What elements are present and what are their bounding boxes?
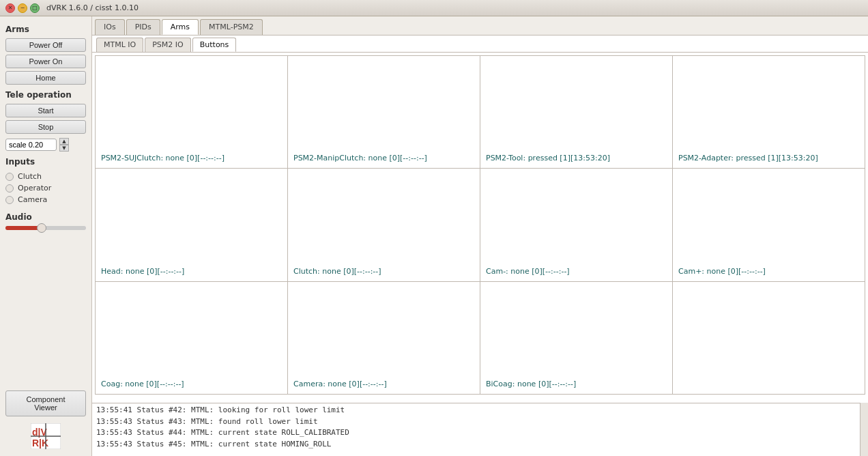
- minimize-button[interactable]: −: [18, 3, 27, 13]
- cell-label-coag: Coag: none [0][--:--:--]: [101, 380, 282, 388]
- component-viewer-button[interactable]: Component Viewer: [5, 390, 86, 416]
- cell-label-camera: Camera: none [0][--:--:--]: [293, 380, 474, 388]
- cell-label-clutch: Clutch: none [0][--:--:--]: [293, 267, 474, 276]
- log-line: 13:55:43 Status #44: MTML: current state…: [96, 427, 856, 439]
- cell-label-cam-minus: Cam-: none [0][--:--:--]: [486, 267, 667, 276]
- cell-label-cam-plus: Cam+: none [0][--:--:--]: [678, 267, 859, 276]
- scale-input[interactable]: [5, 139, 57, 151]
- grid-cell-1-1: PSM2-SUJClutch: none [0][--:--:--]: [96, 56, 288, 169]
- grid-cell-1-4: PSM2-Adapter: pressed [1][13:53:20]: [673, 56, 865, 169]
- grid-cell-2-1: Head: none [0][--:--:--]: [96, 169, 288, 281]
- buttons-grid-container: PSM2-SUJClutch: none [0][--:--:--] PSM2-…: [95, 55, 865, 395]
- tab-mtml-io[interactable]: MTML IO: [96, 38, 143, 52]
- outer-tab-bar: IOs PIDs Arms MTML-PSM2: [92, 16, 868, 35]
- home-button[interactable]: Home: [5, 71, 86, 85]
- audio-section: Audio: [5, 210, 86, 230]
- tab-pids[interactable]: PIDs: [126, 19, 160, 35]
- arms-label: Arms: [5, 25, 86, 34]
- grid-cell-3-1: Coag: none [0][--:--:--]: [96, 282, 288, 395]
- maximize-button[interactable]: □: [30, 3, 40, 13]
- cell-label-psm2-tool: PSM2-Tool: pressed [1][13:53:20]: [486, 154, 667, 162]
- tele-operation-label: Tele operation: [5, 90, 86, 100]
- audio-slider-thumb[interactable]: [37, 223, 46, 233]
- power-off-button[interactable]: Power Off: [5, 38, 86, 52]
- grid-cell-1-2: PSM2-ManipClutch: none [0][--:--:--]: [288, 56, 480, 169]
- radio-clutch-label: Clutch: [18, 172, 42, 181]
- log-line: 13:55:41 Status #42: MTML: looking for r…: [96, 405, 856, 416]
- scale-row: ▲ ▼: [5, 138, 86, 152]
- tab-arms[interactable]: Arms: [162, 19, 199, 35]
- log-area[interactable]: 13:55:41 Status #42: MTML: looking for r…: [92, 403, 860, 456]
- radio-camera[interactable]: Camera: [5, 195, 86, 204]
- radio-operator-indicator: [5, 184, 14, 193]
- cell-label-psm2-manipclutch: PSM2-ManipClutch: none [0][--:--:--]: [293, 154, 474, 162]
- tab-psm2-io[interactable]: PSM2 IO: [145, 38, 191, 52]
- log-line: 13:55:43 Status #45: MTML: current state…: [96, 439, 856, 451]
- inner-tab-bar: MTML IO PSM2 IO Buttons: [92, 35, 868, 53]
- cell-label-head: Head: none [0][--:--:--]: [101, 267, 282, 276]
- cell-label-psm2-adapter: PSM2-Adapter: pressed [1][13:53:20]: [678, 154, 859, 162]
- window-controls: ✕ − □: [5, 3, 40, 13]
- inputs-radio-group: Clutch Operator Camera: [5, 172, 86, 204]
- main-layout: Arms Power Off Power On Home Tele operat…: [0, 16, 868, 456]
- log-row: 13:55:41 Status #42: MTML: looking for r…: [92, 403, 868, 456]
- title-bar: ✕ − □ dVRK 1.6.0 / cisst 1.0.10: [0, 0, 868, 16]
- buttons-grid: PSM2-SUJClutch: none [0][--:--:--] PSM2-…: [92, 53, 868, 403]
- stop-button[interactable]: Stop: [5, 120, 86, 134]
- radio-operator-label: Operator: [18, 184, 51, 193]
- grid-cell-3-4: [673, 282, 865, 395]
- cell-label-bicoag: BiCoag: none [0][--:--:--]: [486, 380, 667, 388]
- power-on-button[interactable]: Power On: [5, 55, 86, 68]
- content-area: IOs PIDs Arms MTML-PSM2 MTML IO PSM2 IO …: [92, 16, 868, 456]
- grid-cell-1-3: PSM2-Tool: pressed [1][13:53:20]: [480, 56, 673, 169]
- grid-cell-2-3: Cam-: none [0][--:--:--]: [480, 169, 673, 281]
- tab-buttons[interactable]: Buttons: [192, 38, 237, 52]
- scale-spinners: ▲ ▼: [59, 138, 69, 152]
- log-scrollbar[interactable]: [860, 403, 868, 456]
- log-line: 13:55:43 Status #43: MTML: found roll lo…: [96, 416, 856, 428]
- sidebar: Arms Power Off Power On Home Tele operat…: [0, 16, 92, 456]
- grid-cell-2-2: Clutch: none [0][--:--:--]: [288, 169, 480, 281]
- grid-cell-2-4: Cam+: none [0][--:--:--]: [673, 169, 865, 281]
- cell-label-psm2-sujclutch: PSM2-SUJClutch: none [0][--:--:--]: [101, 154, 282, 162]
- inputs-label: Inputs: [5, 157, 86, 167]
- radio-camera-label: Camera: [18, 195, 47, 204]
- start-button[interactable]: Start: [5, 104, 86, 117]
- radio-operator[interactable]: Operator: [5, 184, 86, 193]
- dvrk-logo: d|V R|K: [31, 423, 61, 449]
- tab-mtml-psm2[interactable]: MTML-PSM2: [200, 19, 263, 35]
- close-button[interactable]: ✕: [5, 3, 15, 13]
- grid-cell-3-2: Camera: none [0][--:--:--]: [288, 282, 480, 395]
- scale-down-button[interactable]: ▼: [59, 145, 69, 152]
- radio-clutch[interactable]: Clutch: [5, 172, 86, 181]
- audio-slider-track[interactable]: [5, 226, 86, 230]
- audio-label: Audio: [5, 212, 86, 222]
- window-title: dVRK 1.6.0 / cisst 1.0.10: [46, 3, 139, 12]
- scale-up-button[interactable]: ▲: [59, 138, 69, 145]
- logo-area: d|V R|K: [5, 419, 86, 451]
- radio-clutch-indicator: [5, 173, 14, 181]
- radio-camera-indicator: [5, 196, 14, 204]
- tab-ios[interactable]: IOs: [95, 19, 125, 35]
- grid-cell-3-3: BiCoag: none [0][--:--:--]: [480, 282, 673, 395]
